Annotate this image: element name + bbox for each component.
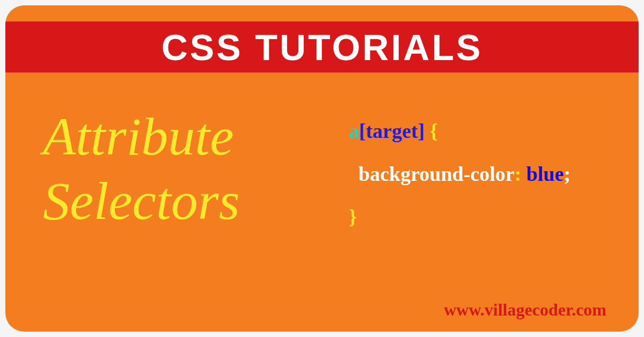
- code-open-brace: {: [425, 120, 437, 142]
- code-property: background-color: [358, 163, 515, 185]
- code-attribute: [target]: [359, 120, 425, 142]
- content-area: Attribute Selectors a[target] { backgrou…: [5, 72, 639, 238]
- header-band: CSS TUTORIALS: [5, 21, 639, 72]
- topic-heading-line1: Attribute: [43, 105, 333, 169]
- code-close-brace: }: [349, 206, 357, 228]
- code-line-1: a[target] {: [349, 110, 617, 153]
- code-line-2: background-color: blue;: [349, 153, 617, 196]
- code-value: blue: [521, 163, 564, 185]
- page-title: CSS TUTORIALS: [162, 26, 483, 68]
- code-colon: :: [515, 163, 522, 185]
- footer-url: www.villagecoder.com: [444, 300, 606, 320]
- code-tag: a: [349, 120, 359, 142]
- topic-heading-line2: Selectors: [43, 169, 333, 233]
- topic-section: Attribute Selectors: [43, 105, 333, 238]
- code-section: a[target] { background-color: blue; }: [349, 105, 617, 238]
- tutorial-card: CSS TUTORIALS Attribute Selectors a[targ…: [5, 5, 639, 332]
- code-semicolon: ;: [564, 163, 571, 185]
- code-line-3: }: [349, 196, 617, 239]
